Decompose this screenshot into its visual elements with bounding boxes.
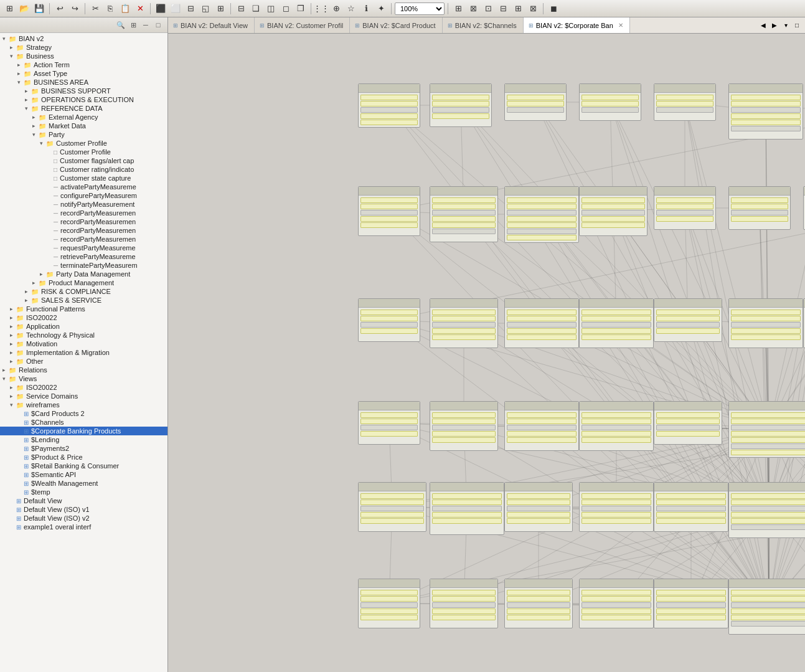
diagram-node-n30[interactable] — [728, 401, 805, 458]
tree-item-strategy[interactable]: ▸📁Strategy — [0, 43, 167, 52]
tree-item-payments2[interactable]: ⊞$Payments2 — [0, 444, 167, 453]
new-button[interactable]: ⊞ — [2, 2, 16, 16]
tree-item-wireframes[interactable]: ▾📁wireframes — [0, 400, 167, 409]
tab-scroll-left[interactable]: ◀ — [758, 20, 769, 31]
tree-item-wealth-mgmt[interactable]: ⊞$Wealth Management — [0, 479, 167, 488]
tree-item-product-mgmt[interactable]: ▸📁Product Management — [0, 278, 167, 287]
expand-arrow-motivation[interactable]: ▸ — [10, 341, 16, 347]
diagram-node-n37[interactable] — [654, 482, 728, 532]
expand-arrow-functional-patterns[interactable]: ▸ — [10, 306, 16, 312]
tree-item-impl-migration[interactable]: ▸📁Implementation & Migration — [0, 348, 167, 357]
tree-item-bian-v2[interactable]: ▾📁BIAN v2 — [0, 34, 167, 43]
arrange-btn3[interactable]: ☆ — [344, 2, 358, 16]
diagram-node-n38[interactable] — [728, 482, 805, 538]
tab-tab-default[interactable]: ⊞BIAN v2: Default View — [168, 17, 255, 33]
tab-tab-customer[interactable]: ⊞BIAN v2: Customer Profil — [255, 17, 350, 33]
tree-item-tech-physical[interactable]: ▸📁Technology & Physical — [0, 331, 167, 339]
diagram-node-n10[interactable] — [430, 186, 498, 242]
diagram-node-n12[interactable] — [579, 186, 647, 236]
zoom-select[interactable]: 100%75%50%150% — [395, 2, 445, 15]
tree-item-business-area[interactable]: ▾📁BUSINESS AREA — [0, 78, 167, 87]
tree-item-ops-exec[interactable]: ▸📁OPERATIONS & EXECUTION — [0, 95, 167, 104]
copy-button[interactable]: ⎘ — [103, 2, 117, 16]
diagram-node-n21[interactable] — [654, 298, 722, 342]
expand-arrow-sales-service[interactable]: ▸ — [25, 297, 31, 303]
expand-arrow-product-mgmt[interactable]: ▸ — [32, 280, 39, 286]
expand-arrow-wireframes[interactable]: ▾ — [10, 402, 16, 408]
expand-arrow-tech-physical[interactable]: ▸ — [10, 332, 16, 338]
tree-item-corporate-banking[interactable]: ⊞$Corporate Banking Products — [0, 427, 167, 435]
diagram-node-n43[interactable] — [504, 579, 573, 628]
arrange-btn2[interactable]: ⊕ — [329, 2, 343, 16]
misc-btn5[interactable]: ⊞ — [511, 2, 525, 16]
diagram-node-n14[interactable] — [728, 186, 791, 230]
tree-item-views[interactable]: ▾📁Views — [0, 374, 167, 383]
diagram-node-n41[interactable] — [358, 579, 420, 628]
misc-btn7[interactable]: ◼ — [547, 2, 560, 16]
expand-arrow-service-domains[interactable]: ▸ — [10, 393, 16, 399]
tab-close-tab-corporate[interactable]: ✕ — [618, 22, 623, 29]
layout-btn3[interactable]: ⊞ — [214, 2, 227, 16]
tree-item-market-data[interactable]: ▸📁Market Data — [0, 121, 167, 130]
diagram-node-n33[interactable] — [358, 482, 426, 532]
tab-tab-corporate[interactable]: ⊞BIAN v2: $Corporate Ban✕ — [524, 17, 630, 34]
tree-item-card-products-2[interactable]: ⊞$Card Products 2 — [0, 409, 167, 418]
tree-item-notify-party[interactable]: ─notifyPartyMeasurement — [0, 200, 167, 209]
expand-arrow-application[interactable]: ▸ — [10, 323, 16, 329]
open-button[interactable]: 📂 — [17, 2, 31, 16]
sidebar-add-button[interactable]: ⊞ — [128, 19, 139, 31]
misc-btn2[interactable]: ⊠ — [466, 2, 480, 16]
diagram-node-n26[interactable] — [430, 401, 498, 451]
misc-btn1[interactable]: ⊞ — [451, 2, 465, 16]
tree-item-example1[interactable]: ⊞example1 overal interf — [0, 523, 167, 531]
tree-item-application[interactable]: ▸📁Application — [0, 322, 167, 331]
tree-item-ref-data[interactable]: ▾📁REFERENCE DATA — [0, 104, 167, 113]
tab-scroll-right[interactable]: ▶ — [769, 20, 780, 31]
tree-item-retrieve-party[interactable]: ─retrievePartyMeasureme — [0, 252, 167, 261]
tree-item-party[interactable]: ▾📁Party — [0, 130, 167, 139]
expand-arrow-strategy[interactable]: ▸ — [10, 44, 16, 50]
diagram-node-n34[interactable] — [430, 482, 504, 535]
tree-item-asset-type[interactable]: ▸📁Asset Type — [0, 69, 167, 78]
diagram-node-n46[interactable] — [728, 579, 805, 635]
tree-item-party-data-mgmt[interactable]: ▸📁Party Data Management — [0, 270, 167, 278]
diagram-node-n22[interactable] — [728, 298, 803, 348]
tab-tab-channels[interactable]: ⊞BIAN v2: $Channels — [443, 17, 524, 33]
diagram-node-n3[interactable] — [504, 83, 567, 121]
tree-item-terminate-party[interactable]: ─terminatePartyMeasurem — [0, 261, 167, 270]
tree-item-retail-banking[interactable]: ⊞$Retail Banking & Consumer — [0, 461, 167, 470]
tree-item-motivation[interactable]: ▸📁Motivation — [0, 339, 167, 348]
diagram-node-n11[interactable] — [504, 186, 579, 243]
diagram-node-n6[interactable] — [728, 83, 803, 140]
redo-button[interactable]: ↪ — [68, 2, 82, 16]
tree-item-views-iso[interactable]: ▸📁ISO20022 — [0, 383, 167, 392]
diagram-node-n29[interactable] — [654, 401, 722, 445]
view-btn4[interactable]: ◻ — [279, 2, 293, 16]
layout-btn2[interactable]: ◱ — [199, 2, 212, 16]
tab-menu[interactable]: ▾ — [780, 20, 791, 31]
arrange-btn4[interactable]: ℹ — [359, 2, 373, 16]
tree-item-record-party1[interactable]: ─recordPartyMeasuremen — [0, 209, 167, 217]
tree-item-configure-party[interactable]: ─configurePartyMeasurem — [0, 191, 167, 200]
expand-arrow-customer-profile-folder[interactable]: ▾ — [40, 140, 46, 146]
diagram-node-n44[interactable] — [579, 579, 654, 628]
expand-arrow-impl-migration[interactable]: ▸ — [10, 349, 16, 356]
arrange-btn1[interactable]: ⋮⋮ — [314, 2, 328, 16]
tree-item-external-agency[interactable]: ▸📁External Agency — [0, 113, 167, 121]
view-btn2[interactable]: ❑ — [249, 2, 263, 16]
tree-item-risk-compliance[interactable]: ▸📁RISK & COMPLIANCE — [0, 287, 167, 296]
expand-arrow-business[interactable]: ▾ — [10, 53, 16, 59]
tree-item-service-domains[interactable]: ▸📁Service Domains — [0, 392, 167, 400]
tree-item-iso20022[interactable]: ▸📁ISO20022 — [0, 313, 167, 322]
diagram-node-n45[interactable] — [654, 579, 728, 628]
tree-item-semantic-api[interactable]: ⊞$Semantic API — [0, 470, 167, 479]
tree-item-relations[interactable]: ▸📁Relations — [0, 366, 167, 374]
tree-item-functional-patterns[interactable]: ▸📁Functional Patterns — [0, 305, 167, 313]
diagram-node-n35[interactable] — [504, 482, 573, 532]
expand-arrow-action-term[interactable]: ▸ — [17, 62, 24, 68]
tree-item-request-party[interactable]: ─requestPartyMeasureme — [0, 244, 167, 252]
diagram-node-n5[interactable] — [654, 83, 716, 121]
tree-item-customer-rating[interactable]: □Customer rating/indicato — [0, 165, 167, 174]
expand-arrow-iso20022[interactable]: ▸ — [10, 315, 16, 321]
tab-tab-card[interactable]: ⊞BIAN v2: $Card Product — [350, 17, 442, 33]
